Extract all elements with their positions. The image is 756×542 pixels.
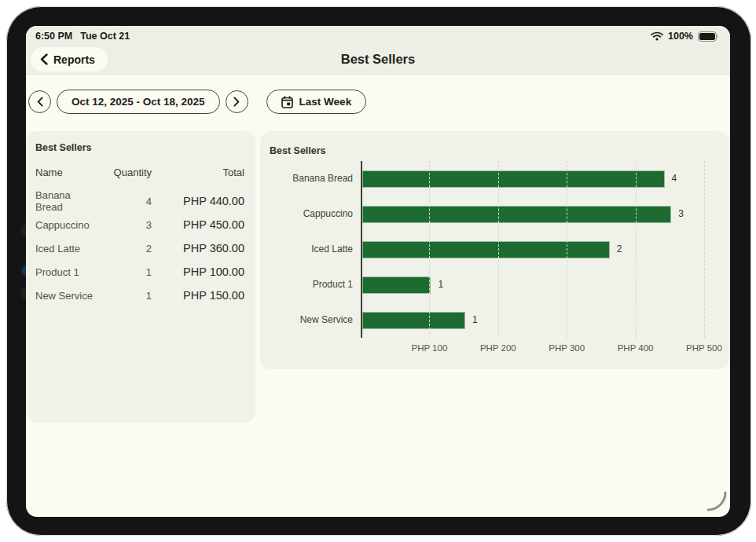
column-header-quantity: Quantity [98,167,152,178]
chart-category-label: Iced Latte [260,232,353,267]
chevron-right-icon [233,97,240,107]
battery-percent: 100% [668,31,693,42]
nav-bar: Reports Best Sellers [26,45,730,75]
quick-filter-button[interactable]: Last Week [266,90,367,114]
cell-name: Product 1 [35,266,98,278]
report-content: Best Sellers Name Quantity Total Banana … [26,131,730,423]
cell-name: Banana Bread [35,189,98,213]
stage: 6:50 PM Tue Oct 21 100% [0,0,756,542]
cell-name: Iced Latte [35,243,98,255]
cell-name: New Service [35,290,98,302]
best-sellers-table-panel: Best Sellers Name Quantity Total Banana … [26,131,255,423]
battery-icon [698,31,719,42]
table-row: New Service1PHP 150.00 [35,284,244,307]
bar-chart: PHP 100PHP 200PHP 300PHP 400PHP 500Banan… [260,131,729,369]
chart-bar-value-label: 1 [438,267,443,302]
chart-category-label: Product 1 [260,267,353,302]
cell-qty: 1 [98,290,152,302]
cell-total: PHP 100.00 [152,266,244,278]
chart-gridline [498,161,499,338]
chevron-left-icon [40,53,48,65]
column-header-total: Total [152,167,244,178]
page-title: Best Sellers [26,52,730,67]
chart-gridline [704,161,705,338]
back-button-label: Reports [53,53,95,66]
chevron-left-icon [37,97,43,107]
chart-gridline [636,161,637,338]
chart-bar-value-label: 4 [672,161,677,196]
next-period-button[interactable] [226,90,248,113]
chart-bar-value-label: 3 [678,196,684,232]
cell-qty: 4 [98,196,152,207]
best-sellers-chart-panel: Best Sellers PHP 100PHP 200PHP 300PHP 40… [260,131,729,369]
status-time: 6:50 PM [35,31,72,42]
quick-filter-label: Last Week [299,96,352,108]
back-button[interactable]: Reports [31,47,108,71]
cell-total: PHP 450.00 [152,218,244,231]
chart-bar [362,206,671,223]
chart-bar [362,312,465,329]
chart-x-tick-label: PHP 100 [398,343,461,353]
table-body: Banana Bread4PHP 440.00Cappuccino3PHP 45… [35,189,244,307]
previous-period-button[interactable] [28,90,51,113]
chart-x-tick-label: PHP 300 [535,343,598,353]
table-row: Banana Bread4PHP 440.00 [35,189,244,213]
table-row: Iced Latte2PHP 360.00 [35,236,244,260]
chart-category-label: New Service [260,302,353,338]
table-panel-title: Best Sellers [35,142,244,153]
chart-bar [362,276,431,294]
cell-qty: 1 [98,266,152,278]
cell-total: PHP 150.00 [152,289,244,302]
table-row: Cappuccino3PHP 450.00 [35,213,244,236]
chart-gridline [567,161,567,338]
cell-total: PHP 440.00 [152,195,244,207]
date-range-button[interactable]: Oct 12, 2025 - Oct 18, 2025 [57,90,220,114]
chart-category-label: Banana Bread [260,161,353,196]
cell-qty: 2 [98,243,152,255]
date-toolbar: Oct 12, 2025 - Oct 18, 2025 La [28,90,730,114]
cell-qty: 3 [98,219,152,231]
status-date: Tue Oct 21 [80,31,130,42]
chart-x-tick-label: PHP 500 [673,343,730,353]
status-bar: 6:50 PM Tue Oct 21 100% [26,26,730,45]
chart-x-tick-label: PHP 400 [604,343,667,353]
app-screen: 6:50 PM Tue Oct 21 100% [26,26,730,517]
chart-category-label: Cappuccino [260,196,353,232]
chart-bar [362,241,610,258]
date-range-label: Oct 12, 2025 - Oct 18, 2025 [72,96,205,108]
corner-swipe-indicator-icon [706,490,728,515]
chart-bar-value-label: 2 [617,232,622,267]
chart-x-tick-label: PHP 200 [467,343,530,353]
cell-name: Cappuccino [35,219,98,231]
chart-gridline [429,161,430,338]
calendar-icon [281,96,293,108]
table-row: Product 11PHP 100.00 [35,260,244,284]
wifi-icon [651,31,663,41]
column-header-name: Name [35,167,98,178]
chart-bar [362,170,665,188]
chart-bar-value-label: 1 [472,302,478,338]
table-header-row: Name Quantity Total [35,167,244,178]
cell-total: PHP 360.00 [152,242,244,255]
